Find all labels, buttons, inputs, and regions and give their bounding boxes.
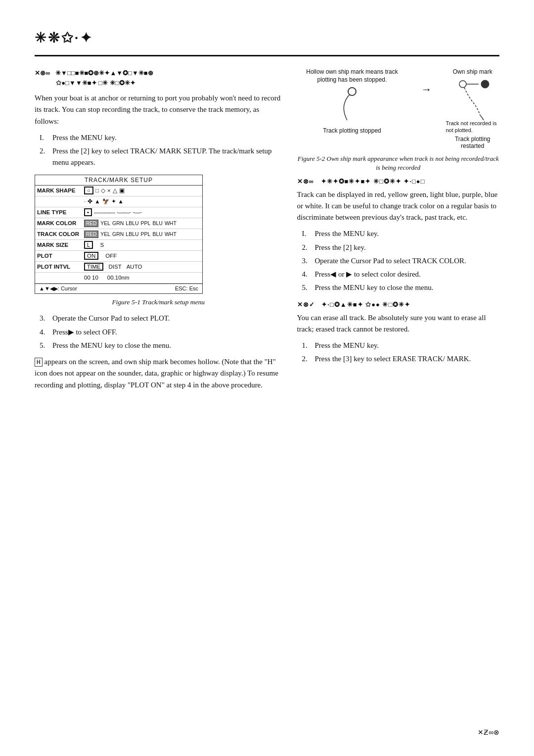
steps-list-1: I. Press the MENU key. 2. Press the [2] … xyxy=(40,132,282,169)
setup-row-mark-shape2: · ✤ ▲ 🦅 ✦ ▲ xyxy=(35,196,202,207)
diagram-left-label: Hollow own ship mark means track plottin… xyxy=(297,68,407,84)
setup-menu-box: TRACK/MARK SETUP MARK SHAPE ○ □ ◇ × △ ▣ xyxy=(35,175,203,294)
setup-row-line-type: LINE TYPE • ———— ·—·—· ··—·· xyxy=(35,207,202,218)
setup-row-mark-size: MARK SIZE L S xyxy=(35,240,202,251)
header-symbols: ✳❊✩·✦ xyxy=(35,30,93,46)
diagram-right-svg xyxy=(448,78,497,123)
list-item: 5. Press the MENU key to close the menu. xyxy=(40,340,282,351)
list-item: 2. Press the [2] key to select TRACK/ MA… xyxy=(40,145,282,169)
list-item: 3. Operate the Cursor Pad to select TRAC… xyxy=(302,255,500,267)
diagram-right-label: Own ship mark xyxy=(453,68,492,76)
section2-title: ✕⊗∞ ✦✳✦✪■✳✦■✦ ✳□✪✳✦ ✦·□●□ xyxy=(297,178,500,185)
svg-point-1 xyxy=(481,80,489,88)
list-item: 5. Press the MENU key to close the menu. xyxy=(302,282,500,293)
fig1-caption: Figure 5-1 Track/mark setup menu xyxy=(35,298,282,307)
list-item: 3. Operate the Cursor Pad to select PLOT… xyxy=(40,313,282,324)
header: ✳❊✩·✦ xyxy=(35,30,499,46)
right-column: Hollow own ship mark means track plottin… xyxy=(297,68,500,396)
fig2-caption: Figure 5-2 Own ship mark appearance when… xyxy=(297,154,500,172)
h-icon: H xyxy=(35,358,43,367)
setup-row-track-color: TRACK COLOR RED YEL GRN LBLU PPL BLU WHT xyxy=(35,229,202,240)
page: ✳❊✩·✦ ✕⊗∞ ✳▼□□■✳■✪⊛✳✦▲▼✪□▼✳■⊛ ✩●□▼▼✳■✦ □… xyxy=(0,0,534,434)
header-divider xyxy=(35,55,499,56)
diagram-right-bottom: Track plotting restarted xyxy=(445,136,499,149)
list-item: I. Press the MENU key. xyxy=(40,132,282,143)
svg-point-0 xyxy=(348,88,356,95)
setup-row-mark-shape: MARK SHAPE ○ □ ◇ × △ ▣ xyxy=(35,186,202,196)
list-item: 4. Press▶ to select OFF. xyxy=(40,327,282,338)
list-item: 4. Press◀ or ▶ to select color desired. xyxy=(302,269,500,280)
section3-body: You can erase all track. Be absolutely s… xyxy=(297,312,500,335)
diagram-left-svg xyxy=(332,86,372,125)
diagram-right-note: Track not recorded is not plotted. xyxy=(445,120,499,134)
intro-text: When your boat is at anchor or returning… xyxy=(35,93,282,127)
page-ref: ✕Ƶ∞⊗ xyxy=(478,728,499,736)
setup-row-values: 00 10 00.10nm xyxy=(35,273,202,284)
list-item: 2. Press the [2] key. xyxy=(302,242,500,253)
steps-list-2: 3. Operate the Cursor Pad to select PLOT… xyxy=(40,313,282,351)
diagram-area: Hollow own ship mark means track plottin… xyxy=(297,68,500,149)
setup-menu-title: TRACK/MARK SETUP xyxy=(35,175,202,186)
section3-title: ✕⊗✓ ✦·□✪▲✳■✦ ✩●● ✳□✪✳✦ xyxy=(297,301,500,308)
setup-row-plot: PLOT ON OFF xyxy=(35,251,202,262)
section3: ✕⊗✓ ✦·□✪▲✳■✦ ✩●● ✳□✪✳✦ You can erase all… xyxy=(297,301,500,365)
diagram-arrow: → xyxy=(421,83,432,96)
diagram-left: Hollow own ship mark means track plottin… xyxy=(297,68,407,134)
section2: ✕⊗∞ ✦✳✦✪■✳✦■✦ ✳□✪✳✦ ✦·□●□ Track can be d… xyxy=(297,178,500,294)
diagram-right: Own ship mark xyxy=(445,68,499,149)
section1-title: ✕⊗∞ ✳▼□□■✳■✪⊛✳✦▲▼✪□▼✳■⊛ ✩●□▼▼✳■✦ □✳ ✳□✪✳… xyxy=(35,68,282,88)
section2-steps: I. Press the MENU key. 2. Press the [2] … xyxy=(302,228,500,293)
list-item: 2. Press the [3] key to select ERASE TRA… xyxy=(302,353,500,365)
section3-steps: 1. Press the MENU key. 2. Press the [3] … xyxy=(302,340,500,365)
list-item: 1. Press the MENU key. xyxy=(302,340,500,351)
left-column: ✕⊗∞ ✳▼□□■✳■✪⊛✳✦▲▼✪□▼✳■⊛ ✩●□▼▼✳■✦ □✳ ✳□✪✳… xyxy=(35,68,282,396)
list-item: I. Press the MENU key. xyxy=(302,228,500,239)
setup-row-plot-intvl: PLOT INTVL TIME DIST AUTO xyxy=(35,262,202,273)
appears-text: H appears on the screen, and own ship ma… xyxy=(35,356,282,391)
main-content: ✕⊗∞ ✳▼□□■✳■✪⊛✳✦▲▼✪□▼✳■⊛ ✩●□▼▼✳■✦ □✳ ✳□✪✳… xyxy=(35,68,499,396)
svg-point-3 xyxy=(459,81,466,88)
setup-row-mark-color: MARK COLOR RED YEL GRN LBLU PPL BLU WHT xyxy=(35,218,202,229)
section2-body: Track can be displayed in red, yellow gr… xyxy=(297,189,500,224)
setup-footer: ▲▼◀▶: Cursor ESC: Esc xyxy=(35,284,202,293)
diagram-left-bottom: Track plotting stopped xyxy=(323,127,381,134)
page-footer: ✕Ƶ∞⊗ xyxy=(478,728,499,736)
